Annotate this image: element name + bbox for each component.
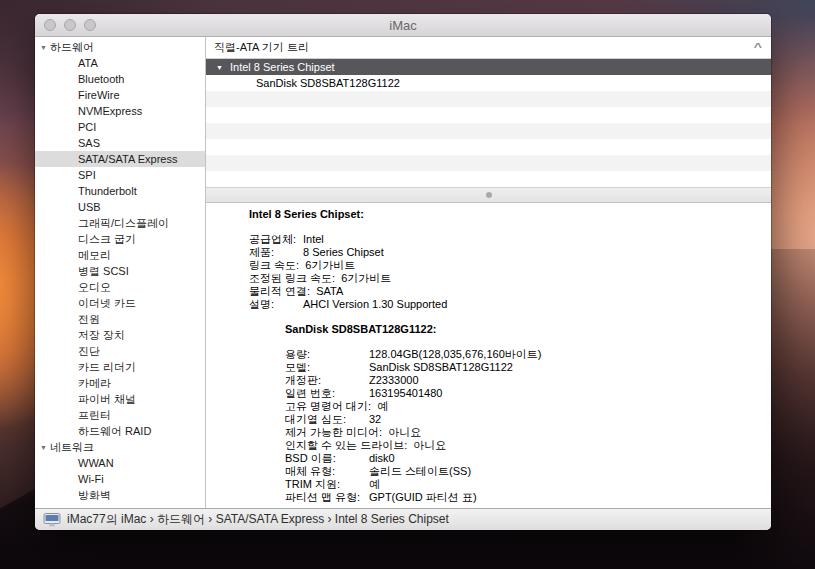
traffic-lights (44, 19, 96, 31)
device-tree-empty-row (206, 123, 771, 139)
detail-value: 163195401480 (369, 387, 442, 400)
device-tree-list[interactable]: ▼Intel 8 Series ChipsetSanDisk SD8SBAT12… (206, 59, 771, 187)
sidebar-item[interactable]: ATA (35, 55, 205, 71)
detail-value: Intel (303, 233, 324, 246)
detail-row: BSD 이름:disk0 (285, 452, 771, 465)
pane-splitter[interactable] (206, 187, 771, 203)
sidebar-item[interactable]: 방화벽 (35, 487, 205, 503)
detail-label: BSD 이름: (285, 452, 369, 465)
sidebar-item[interactable]: 병렬 SCSI (35, 263, 205, 279)
detail-value: 예 (377, 400, 388, 413)
window-title: iMac (389, 18, 416, 33)
sidebar-item[interactable]: PCI (35, 119, 205, 135)
sidebar-item-label: 프린터 (78, 408, 111, 423)
sidebar-item[interactable]: SATA/SATA Express (35, 151, 205, 167)
detail-label: 제거 가능한 미디어: (285, 426, 388, 439)
titlebar[interactable]: iMac (35, 14, 771, 37)
sidebar-item[interactable]: 카메라 (35, 375, 205, 391)
sidebar-item[interactable]: 이더넷 카드 (35, 295, 205, 311)
disclosure-triangle-icon[interactable]: ▼ (216, 64, 230, 71)
sidebar-item-label: SAS (78, 137, 100, 149)
sidebar-item-label: NVMExpress (78, 105, 142, 117)
sidebar-item[interactable]: 그래픽/디스플레이 (35, 215, 205, 231)
detail-label: 제품: (249, 246, 303, 259)
device-tree-empty-row (206, 139, 771, 155)
detail-value: 32 (369, 413, 381, 426)
sidebar-item[interactable]: SAS (35, 135, 205, 151)
detail-label: 물리적 연결: (249, 285, 316, 298)
sidebar-item[interactable]: 파이버 채널 (35, 391, 205, 407)
device-tree-header: 직렬-ATA 기기 트리 ^ (206, 37, 771, 59)
minimize-button[interactable] (64, 19, 76, 31)
detail-label: 용량: (285, 348, 369, 361)
zoom-button[interactable] (84, 19, 96, 31)
sidebar-item[interactable]: 오디오 (35, 279, 205, 295)
detail-value: SanDisk SD8SBAT128G1122 (369, 361, 513, 374)
sidebar-item[interactable]: SPI (35, 167, 205, 183)
sidebar-item[interactable]: 프린터 (35, 407, 205, 423)
sidebar-item-label: Bluetooth (78, 73, 124, 85)
sidebar-item[interactable]: USB (35, 199, 205, 215)
detail-group-title: Intel 8 Series Chipset: (249, 208, 771, 221)
sidebar-item[interactable]: 카드 리더기 (35, 359, 205, 375)
device-tree-row-label: Intel 8 Series Chipset (230, 61, 335, 73)
sidebar-list[interactable]: ▼하드웨어ATABluetoothFireWireNVMExpressPCISA… (35, 37, 206, 508)
sidebar-item-label: 오디오 (78, 280, 111, 295)
disclosure-triangle-icon[interactable]: ▼ (40, 444, 50, 451)
detail-label: 설명: (249, 298, 303, 311)
detail-row: 파티션 맵 유형:GPT(GUID 파티션 표) (285, 491, 771, 504)
sidebar-item[interactable]: 디스크 굽기 (35, 231, 205, 247)
detail-row: 링크 속도:6기가비트 (249, 259, 771, 272)
sidebar-item[interactable]: 저장 장치 (35, 327, 205, 343)
sidebar-item-label: 전원 (78, 312, 100, 327)
sidebar-item[interactable]: NVMExpress (35, 103, 205, 119)
sidebar-item[interactable]: WWAN (35, 455, 205, 471)
sidebar-item[interactable]: Wi-Fi (35, 471, 205, 487)
sidebar-item-label: 카메라 (78, 376, 111, 391)
detail-group: Intel 8 Series Chipset:공급업체:Intel제품:8 Se… (249, 208, 771, 311)
detail-value: 6기가비트 (341, 272, 391, 285)
sidebar-item-label: 저장 장치 (78, 328, 125, 343)
sidebar-item[interactable]: 메모리 (35, 247, 205, 263)
details-panel[interactable]: Intel 8 Series Chipset:공급업체:Intel제품:8 Se… (206, 203, 771, 508)
detail-label: 매체 유형: (285, 465, 369, 478)
sidebar-item-label: 병렬 SCSI (78, 264, 129, 279)
sidebar-item-label: 메모리 (78, 248, 111, 263)
sidebar-item[interactable]: 하드웨어 RAID (35, 423, 205, 439)
device-tree-empty-row (206, 91, 771, 107)
disclosure-triangle-icon[interactable]: ▼ (40, 44, 50, 51)
sidebar-item[interactable]: Thunderbolt (35, 183, 205, 199)
sidebar-section-0[interactable]: ▼하드웨어 (35, 39, 205, 55)
detail-value: 솔리드 스테이트(SS) (369, 465, 471, 478)
detail-row: 설명:AHCI Version 1.30 Supported (249, 298, 771, 311)
detail-label: 일련 번호: (285, 387, 369, 400)
content-pane: 직렬-ATA 기기 트리 ^ ▼Intel 8 Series ChipsetSa… (206, 37, 771, 508)
splitter-handle-icon[interactable] (486, 192, 492, 198)
detail-row: 물리적 연결:SATA (249, 285, 771, 298)
sidebar-item[interactable]: 전원 (35, 311, 205, 327)
device-tree-row[interactable]: SanDisk SD8SBAT128G1122 (206, 75, 771, 91)
close-button[interactable] (44, 19, 56, 31)
sidebar-item[interactable]: Bluetooth (35, 71, 205, 87)
system-information-window: iMac ▼하드웨어ATABluetoothFireWireNVMExpress… (35, 14, 771, 530)
detail-value: 아니요 (413, 439, 446, 452)
sidebar-section-1[interactable]: ▼네트워크 (35, 439, 205, 455)
sidebar-item[interactable]: FireWire (35, 87, 205, 103)
statusbar: iMac77의 iMac › 하드웨어 › SATA/SATA Express … (35, 508, 771, 530)
detail-row: 조정된 링크 속도:6기가비트 (249, 272, 771, 285)
device-tree-row[interactable]: ▼Intel 8 Series Chipset (206, 59, 771, 75)
detail-row: 대기열 심도:32 (285, 413, 771, 426)
device-tree-empty-row (206, 155, 771, 171)
detail-value: 예 (369, 478, 380, 491)
detail-value: 아니요 (388, 426, 421, 439)
device-tree-empty-row (206, 107, 771, 123)
sidebar-item-label: FireWire (78, 89, 120, 101)
collapse-chevron-icon[interactable]: ^ (754, 42, 762, 53)
sidebar-item-label: 카드 리더기 (78, 360, 136, 375)
detail-label: 공급업체: (249, 233, 303, 246)
sidebar-item-label: PCI (78, 121, 96, 133)
sidebar-item-label: 이더넷 카드 (78, 296, 136, 311)
detail-value: 128.04GB(128,035,676,160바이트) (369, 348, 541, 361)
window-body: ▼하드웨어ATABluetoothFireWireNVMExpressPCISA… (35, 37, 771, 508)
sidebar-item[interactable]: 진단 (35, 343, 205, 359)
